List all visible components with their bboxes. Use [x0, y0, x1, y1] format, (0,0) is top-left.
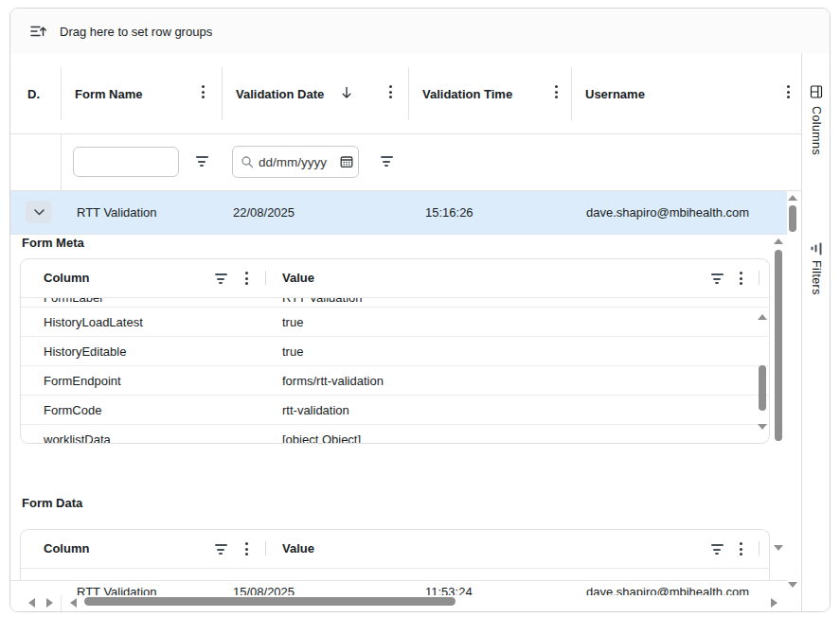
form-data-value-header[interactable]: Value [282, 541, 314, 555]
cell-validation-time: 15:16:26 [425, 205, 474, 220]
filters-icon [812, 241, 822, 256]
table-row: worklistData [object Object] [21, 425, 769, 444]
form-data-column-menu-icon[interactable] [240, 542, 253, 555]
meta-value: RTT Validation [282, 298, 363, 305]
form-data-grid: Column Value [20, 529, 770, 580]
form-meta-grid: Column Value FormLabel RTT Validation Hi… [20, 258, 770, 444]
form-meta-header: Column Value [21, 259, 769, 298]
filter-row [10, 134, 801, 191]
column-header-form-name[interactable]: Form Name [75, 87, 143, 101]
hscroll-right-icon[interactable] [771, 598, 777, 608]
meta-value: [object Object] [282, 432, 361, 444]
meta-value: true [282, 344, 303, 359]
side-panel: Columns Filters [801, 54, 831, 611]
form-name-filter-input[interactable] [73, 147, 179, 177]
column-header-detail[interactable]: D. [27, 87, 40, 101]
meta-value: rtt-validation [282, 403, 349, 417]
detail-vertical-scrollbar[interactable] [775, 250, 782, 441]
tab-columns-label: Columns [810, 106, 823, 155]
form-data-column-filter-icon[interactable] [213, 544, 228, 555]
form-data-value-menu-icon[interactable] [734, 542, 747, 555]
form-meta-value-filter-icon[interactable] [709, 273, 724, 284]
detail-scrollbar-up-icon[interactable] [774, 238, 783, 244]
columns-icon [809, 84, 824, 99]
validation-time-menu-icon[interactable] [549, 85, 563, 98]
column-header-validation-time[interactable]: Validation Time [422, 87, 512, 101]
main-vertical-scrollbar[interactable] [789, 205, 796, 232]
meta-key: FormCode [44, 403, 101, 417]
tab-filters[interactable]: Filters [802, 243, 831, 295]
form-meta-title: Form Meta [22, 236, 84, 250]
meta-scrollbar-down-icon[interactable] [758, 424, 767, 430]
cell-username: dave.shapiro@mbihealth.com [586, 205, 749, 220]
cell-validation-date: 22/08/2025 [233, 205, 295, 220]
row-group-panel[interactable]: Drag here to set row groups [10, 9, 830, 55]
form-meta-column-filter-icon[interactable] [213, 273, 228, 284]
chevron-down-icon [34, 209, 45, 216]
table-row: FormLabel RTT Validation [21, 298, 769, 308]
table-row: HistoryLoadLatest true [21, 308, 769, 337]
horizontal-scrollbar[interactable] [84, 597, 456, 606]
meta-key: FormEndpoint [44, 374, 121, 388]
row-expand-button[interactable] [26, 201, 52, 223]
search-icon [241, 155, 254, 168]
form-data-column-header[interactable]: Column [44, 541, 89, 555]
form-meta-value-menu-icon[interactable] [734, 272, 747, 285]
meta-key: worklistData [44, 432, 111, 444]
meta-key: FormLabel [44, 298, 102, 305]
row-group-icon [29, 23, 46, 40]
form-data-value-filter-icon[interactable] [709, 544, 724, 555]
meta-value: true [282, 315, 303, 329]
sort-desc-icon[interactable] [339, 85, 354, 100]
meta-scrollbar-up-icon[interactable] [758, 314, 767, 320]
detail-scrollbar-down-icon[interactable] [774, 545, 783, 551]
main-scrollbar-up-icon[interactable] [788, 195, 797, 201]
cell-form-name: RTT Validation [77, 205, 157, 220]
hscroll-area [10, 595, 801, 611]
date-filter-input[interactable] [259, 155, 334, 169]
pinned-scroll-left-icon[interactable] [28, 598, 35, 608]
meta-key: HistoryLoadLatest [44, 315, 143, 329]
validation-date-filter-icon[interactable] [379, 156, 394, 167]
validation-date-menu-icon[interactable] [384, 85, 397, 98]
table-row: FormCode rtt-validation [21, 396, 769, 425]
tab-columns[interactable]: Columns [802, 84, 831, 155]
form-name-menu-icon[interactable] [196, 85, 209, 98]
meta-value: forms/rtt-validation [282, 374, 384, 388]
table-row: FormEndpoint forms/rtt-validation [21, 366, 769, 396]
form-meta-column-menu-icon[interactable] [240, 272, 253, 285]
main-scrollbar-down-icon[interactable] [788, 582, 797, 588]
data-grid: Drag here to set row groups D. Form Name… [9, 8, 831, 612]
meta-vertical-scrollbar[interactable] [759, 365, 766, 411]
validation-date-filter[interactable] [232, 146, 359, 178]
column-header-username[interactable]: Username [585, 87, 645, 101]
header-row: D. Form Name Validation Date Validation … [10, 54, 801, 134]
form-name-filter-icon[interactable] [194, 156, 209, 167]
calendar-icon[interactable] [339, 154, 354, 169]
tab-filters-label: Filters [810, 260, 823, 295]
form-meta-value-header[interactable]: Value [282, 271, 314, 285]
column-header-validation-date[interactable]: Validation Date [236, 87, 324, 101]
row-group-hint: Drag here to set row groups [60, 25, 212, 39]
form-data-header: Column Value [21, 530, 769, 569]
meta-key: HistoryEditable [44, 344, 126, 359]
table-row[interactable]: RTT Validation 22/08/2025 15:16:26 dave.… [10, 191, 787, 235]
pinned-scroll-right-icon[interactable] [46, 598, 53, 608]
table-row: HistoryEditable true [21, 337, 769, 366]
form-meta-column-header[interactable]: Column [44, 271, 89, 285]
hscroll-left-icon[interactable] [70, 598, 77, 608]
username-menu-icon[interactable] [781, 85, 795, 98]
form-data-title: Form Data [22, 496, 82, 510]
